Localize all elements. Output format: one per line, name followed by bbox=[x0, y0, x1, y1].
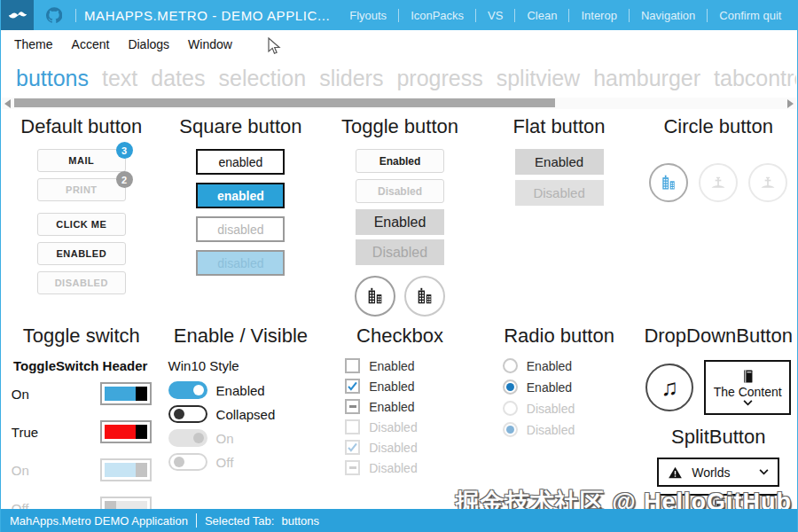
checkbox-enabled-checked[interactable]: Enabled bbox=[345, 379, 417, 394]
checkbox-disabled-indeterminate: Disabled bbox=[345, 460, 417, 475]
win10-toggle-off-disabled: Off bbox=[168, 453, 276, 471]
radio-dot bbox=[506, 383, 514, 391]
section-circle-button: Circle button bbox=[638, 110, 796, 319]
radio-enabled-checked[interactable]: Enabled bbox=[503, 379, 575, 395]
scroll-left-icon[interactable] bbox=[4, 99, 11, 108]
city-icon bbox=[415, 286, 434, 306]
toggle-flat-enabled-button[interactable]: Enabled bbox=[356, 209, 444, 235]
square-enabled-button[interactable]: enabled bbox=[196, 149, 285, 175]
section-default-button: Default button MAIL 3 PRINT 2 CLICK ME E… bbox=[2, 110, 161, 319]
status-selected-tab-label: Selected Tab: bbox=[205, 514, 275, 528]
titlebar-separator bbox=[75, 9, 76, 22]
dropdown-content-button[interactable]: The Content bbox=[704, 360, 791, 415]
section-header: Radio button bbox=[504, 325, 614, 348]
titlebar-menu-interop[interactable]: Interop bbox=[577, 9, 620, 22]
section-radio-button: Radio button Enabled Enabled Disabled Di… bbox=[480, 319, 639, 509]
print-button: PRINT 2 bbox=[37, 178, 126, 201]
radio-enabled-unchecked[interactable]: Enabled bbox=[503, 358, 575, 373]
menu-window[interactable]: Window bbox=[188, 37, 232, 51]
toggle-switch-on[interactable]: On bbox=[12, 382, 152, 405]
checkbox-enabled-indeterminate[interactable]: Enabled bbox=[345, 399, 417, 414]
menu-accent[interactable]: Accent bbox=[72, 37, 110, 51]
section-checkbox: Checkbox Enabled Enabled Enabled Disable… bbox=[320, 319, 480, 509]
tab-selection[interactable]: selection bbox=[218, 66, 306, 91]
section-header: Circle button bbox=[663, 115, 773, 138]
tab-buttons[interactable]: buttons bbox=[16, 66, 89, 91]
tab-hamburger[interactable]: hamburger bbox=[593, 66, 700, 91]
music-circle-button[interactable]: ♫ bbox=[645, 364, 693, 411]
tab-tabcontrol[interactable]: tabcontrol bbox=[714, 66, 796, 91]
tab-text[interactable]: text bbox=[102, 66, 137, 91]
tab-scrollbar[interactable] bbox=[2, 98, 796, 109]
mustache-icon bbox=[8, 10, 27, 20]
window-controls: ─ □ ✕ bbox=[785, 0, 798, 30]
scroll-right-icon[interactable] bbox=[787, 99, 794, 108]
status-selected-tab-value: buttons bbox=[281, 514, 319, 528]
titlebar-menu-vs[interactable]: VS bbox=[484, 9, 506, 22]
radio-disabled-unchecked: Disabled bbox=[503, 401, 575, 416]
section-dropdown-button: DropDownButton ♫ The Content SplitButton bbox=[638, 319, 796, 509]
section-header: DropDownButton bbox=[644, 325, 793, 348]
city-toggle-button-1[interactable] bbox=[355, 276, 395, 317]
titlebar-menu-clean[interactable]: Clean bbox=[523, 9, 560, 22]
checkbox-disabled-checked: Disabled bbox=[345, 440, 417, 455]
tab-progress[interactable]: progress bbox=[396, 66, 482, 91]
menu-dialogs[interactable]: Dialogs bbox=[128, 37, 169, 51]
check-icon bbox=[347, 380, 358, 392]
tree-icon bbox=[759, 174, 777, 192]
tree-icon bbox=[709, 174, 727, 192]
city-icon bbox=[660, 174, 677, 192]
titlebar-menu-navigation[interactable]: Navigation bbox=[638, 9, 699, 22]
section-enable-visible: Enable / Visible Win10 Style Enabled Col… bbox=[161, 319, 321, 509]
section-toggle-switch: Toggle switch ToggleSwitch Header On Tru… bbox=[2, 319, 161, 509]
mail-button[interactable]: MAIL 3 bbox=[37, 149, 126, 172]
minimize-button[interactable]: ─ bbox=[785, 0, 798, 30]
github-octocat-icon[interactable] bbox=[41, 0, 67, 30]
toggle-switch-on-disabled: On bbox=[12, 458, 152, 481]
tab-splitview[interactable]: splitview bbox=[497, 66, 580, 91]
toggle-switch-off-disabled: Off bbox=[12, 497, 152, 509]
section-header: Enable / Visible bbox=[174, 325, 308, 348]
win10-toggle-collapsed[interactable]: Collapsed bbox=[168, 405, 276, 423]
click-me-button[interactable]: CLICK ME bbox=[37, 213, 126, 236]
status-bar: MahApps.Metro DEMO Application Selected … bbox=[1, 509, 797, 532]
win10-style-label: Win10 Style bbox=[168, 358, 276, 373]
flat-enabled-button[interactable]: Enabled bbox=[515, 149, 604, 175]
title-bar: MAHAPPS.METRO - DEMO APPLIC... Flyouts I… bbox=[1, 0, 797, 30]
titlebar-menu-confirm-quit[interactable]: Confirm quit bbox=[716, 9, 785, 22]
menu-bar: Theme Accent Dialogs Window bbox=[2, 30, 796, 59]
toggleswitch-header-label: ToggleSwitch Header bbox=[13, 358, 147, 373]
checkbox-enabled-unchecked[interactable]: Enabled bbox=[345, 358, 417, 373]
square-enabled-accent-button[interactable]: enabled bbox=[196, 183, 285, 208]
splitbutton-worlds[interactable]: Worlds bbox=[657, 458, 779, 487]
square-disabled-button: disabled bbox=[196, 216, 285, 242]
circle-city-button[interactable] bbox=[649, 163, 688, 202]
radio-disabled-checked: Disabled bbox=[503, 422, 575, 437]
tab-sliders[interactable]: sliders bbox=[319, 66, 383, 91]
titlebar-menu-flyouts[interactable]: Flyouts bbox=[346, 9, 390, 22]
enabled-button[interactable]: ENABLED bbox=[37, 242, 126, 265]
toggle-switch-true[interactable]: True bbox=[12, 420, 152, 443]
section-header: Flat button bbox=[513, 115, 606, 138]
menu-theme[interactable]: Theme bbox=[14, 37, 53, 51]
status-separator bbox=[196, 513, 197, 528]
indeterminate-icon bbox=[349, 466, 356, 469]
music-note-icon: ♫ bbox=[661, 374, 678, 402]
chevron-down-icon bbox=[743, 400, 753, 406]
content-area: Default button MAIL 3 PRINT 2 CLICK ME E… bbox=[2, 110, 796, 509]
section-header: Toggle switch bbox=[23, 325, 140, 348]
section-header: Toggle button bbox=[341, 115, 458, 138]
win10-toggle-on-disabled: On bbox=[168, 429, 276, 447]
radio-dot bbox=[506, 426, 514, 434]
scrollbar-thumb[interactable] bbox=[14, 98, 555, 107]
section-header: Square button bbox=[179, 115, 301, 138]
titlebar-menu-iconpacks[interactable]: IconPacks bbox=[407, 9, 467, 22]
disabled-button: DISABLED bbox=[37, 271, 126, 294]
tab-dates[interactable]: dates bbox=[151, 66, 205, 91]
toggle-enabled-button[interactable]: Enabled bbox=[356, 149, 444, 173]
square-disabled-accent-button: disabled bbox=[196, 250, 285, 276]
win10-toggle-enabled[interactable]: Enabled bbox=[168, 381, 276, 399]
warning-icon bbox=[668, 466, 683, 480]
city-toggle-button-2[interactable] bbox=[404, 276, 445, 317]
mail-badge: 3 bbox=[116, 142, 133, 159]
